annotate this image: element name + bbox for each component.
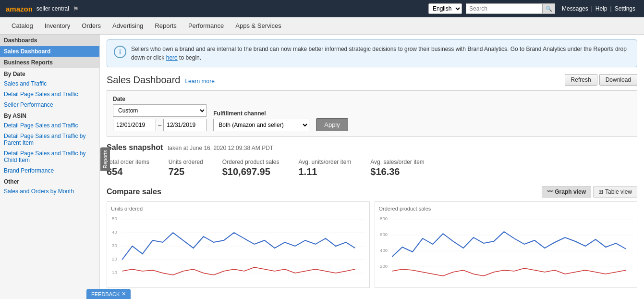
charts-row: Units ordered 50 40 30 20 10: [107, 201, 637, 288]
date-from-input[interactable]: [113, 119, 156, 131]
snapshot-stats: Total order items 654 Units ordered 725 …: [107, 157, 637, 179]
main-layout: Dashboards Sales Dashboard Business Repo…: [0, 35, 644, 299]
snapshot-subtitle: taken at June 16, 2020 12:09:38 AM PDT: [168, 145, 273, 151]
nav-orders[interactable]: Orders: [76, 18, 107, 33]
nav-apps-services[interactable]: Apps & Services: [230, 18, 287, 33]
date-to-input[interactable]: [163, 119, 207, 131]
stat-value-2: $10,697.95: [222, 166, 279, 177]
nav-performance[interactable]: Performance: [182, 18, 230, 33]
svg-text:40: 40: [112, 230, 117, 235]
stat-label-1: Units ordered: [169, 159, 203, 165]
download-button[interactable]: Download: [599, 74, 637, 86]
feedback-close-icon[interactable]: ✕: [122, 291, 126, 297]
chart-units-ordered: Units ordered 50 40 30 20 10: [107, 201, 370, 288]
nav-advertising[interactable]: Advertising: [107, 18, 149, 33]
top-right: English 🔍 Messages | Help | Settings: [428, 3, 638, 14]
help-link[interactable]: Help: [593, 5, 610, 12]
compare-title: Compare sales: [107, 187, 161, 196]
sidebar-item-detail-page-parent[interactable]: Detail Page Sales and Traffic by Parent …: [0, 131, 99, 148]
nav-reports[interactable]: Reports: [149, 18, 182, 33]
learn-more-link[interactable]: Learn more: [185, 78, 214, 85]
nav-inventory[interactable]: Inventory: [39, 18, 76, 33]
svg-text:800: 800: [380, 216, 388, 221]
chart-ordered-product-sales: Ordered product sales 800 600 400 200: [375, 201, 638, 288]
sidebar-item-seller-performance[interactable]: Seller Performance: [0, 100, 99, 110]
view-toggle: 〰 Graph view ⊞ Table view: [542, 186, 637, 198]
graph-view-button[interactable]: 〰 Graph view: [542, 186, 591, 198]
header-buttons: Refresh Download: [565, 74, 637, 86]
search-box: 🔍: [466, 3, 555, 14]
main-content: i Sellers who own a brand and are intern…: [100, 35, 644, 299]
search-input[interactable]: [466, 3, 543, 14]
table-icon: ⊞: [598, 188, 603, 195]
snapshot-title: Sales snapshot: [107, 143, 163, 151]
nav-bar: Catalog Inventory Orders Advertising Rep…: [0, 17, 644, 35]
top-bar: amazon seller central ⚑ English 🔍 Messag…: [0, 0, 644, 17]
stat-label-0: Total order items: [107, 159, 149, 165]
date-filter-group: Date Custom Today Yesterday Last 7 days …: [113, 96, 207, 131]
stat-units-ordered: Units ordered 725: [169, 159, 203, 177]
date-label: Date: [113, 96, 207, 102]
date-range: –: [113, 119, 207, 131]
apply-button[interactable]: Apply: [316, 118, 348, 131]
refresh-button[interactable]: Refresh: [565, 74, 597, 86]
sidebar-item-sales-orders-month[interactable]: Sales and Orders by Month: [0, 186, 99, 197]
fulfillment-select[interactable]: Both (Amazon and seller) Amazon Seller: [213, 119, 309, 131]
search-button[interactable]: 🔍: [543, 3, 555, 14]
sidebar-item-detail-page-sales-traffic[interactable]: Detail Page Sales and Traffic: [0, 89, 99, 100]
feedback-label: FEEDBACK: [91, 291, 120, 297]
sidebar-item-sales-dashboard[interactable]: Sales Dashboard: [0, 46, 99, 57]
dashboard-title-area: Sales Dashboard Learn more: [107, 75, 215, 86]
sidebar-other-label: Other: [0, 176, 99, 186]
info-icon: i: [114, 46, 126, 58]
page-title: Sales Dashboard: [107, 75, 180, 86]
sidebar-item-sales-traffic[interactable]: Sales and Traffic: [0, 78, 99, 89]
compare-header: Compare sales 〰 Graph view ⊞ Table view: [107, 186, 637, 198]
stat-value-0: 654: [107, 166, 149, 177]
top-links: Messages | Help | Settings: [559, 5, 638, 12]
sidebar-item-detail-page-child[interactable]: Detail Page Sales and Traffic by Child I…: [0, 148, 99, 165]
stat-total-order-items: Total order items 654: [107, 159, 149, 177]
ordered-product-sales-chart: 800 600 400 200: [379, 213, 633, 281]
svg-text:20: 20: [112, 257, 117, 262]
reports-tab[interactable]: Reports: [100, 148, 110, 171]
graph-icon: 〰: [547, 188, 553, 195]
svg-text:200: 200: [380, 264, 388, 269]
stat-value-3: 1.11: [298, 166, 351, 177]
stat-avg-units-order: Avg. units/order item 1.11: [298, 159, 351, 177]
stat-value-4: $16.36: [370, 166, 425, 177]
brand-analytics-link[interactable]: here: [166, 54, 178, 61]
sidebar-item-detail-page-asin[interactable]: Detail Page Sales and Traffic: [0, 120, 99, 131]
svg-text:400: 400: [380, 248, 388, 253]
sidebar-business-reports-title: Business Reports: [0, 57, 99, 68]
stat-label-4: Avg. sales/order item: [370, 159, 425, 165]
units-ordered-chart: 50 40 30 20 10: [111, 213, 365, 281]
flag-icon: ⚑: [73, 5, 79, 12]
settings-link[interactable]: Settings: [612, 5, 638, 12]
seller-central-label: seller central: [36, 5, 69, 12]
fulfillment-filter-group: Fulfillment channel Both (Amazon and sel…: [213, 110, 309, 131]
stat-label-3: Avg. units/order item: [298, 159, 351, 165]
compare-sales-section: Compare sales 〰 Graph view ⊞ Table view: [107, 186, 637, 288]
svg-text:600: 600: [380, 232, 388, 237]
chart-label-1: Ordered product sales: [379, 206, 633, 212]
stat-value-1: 725: [169, 166, 203, 177]
snapshot-section: Sales snapshot taken at June 16, 2020 12…: [107, 143, 637, 179]
language-select[interactable]: English: [428, 3, 462, 14]
stat-avg-sales-order: Avg. sales/order item $16.36: [370, 159, 425, 177]
sidebar-dashboards-title: Dashboards: [0, 35, 99, 46]
dashboard-header: Sales Dashboard Learn more Refresh Downl…: [107, 74, 637, 86]
sidebar-by-date-label: By Date: [0, 68, 99, 78]
table-view-button[interactable]: ⊞ Table view: [593, 186, 637, 198]
info-text: Sellers who own a brand and are internal…: [131, 45, 630, 62]
stat-label-2: Ordered product sales: [222, 159, 279, 165]
messages-link[interactable]: Messages: [559, 5, 591, 12]
sidebar-item-brand-performance[interactable]: Brand Performance: [0, 165, 99, 176]
date-select[interactable]: Custom Today Yesterday Last 7 days Last …: [113, 104, 207, 117]
svg-text:10: 10: [112, 270, 117, 275]
feedback-button[interactable]: FEEDBACK ✕: [86, 289, 131, 299]
amazon-logo: amazon: [6, 5, 33, 13]
fulfillment-label: Fulfillment channel: [213, 110, 309, 117]
nav-catalog[interactable]: Catalog: [6, 18, 39, 33]
svg-text:30: 30: [112, 243, 117, 248]
